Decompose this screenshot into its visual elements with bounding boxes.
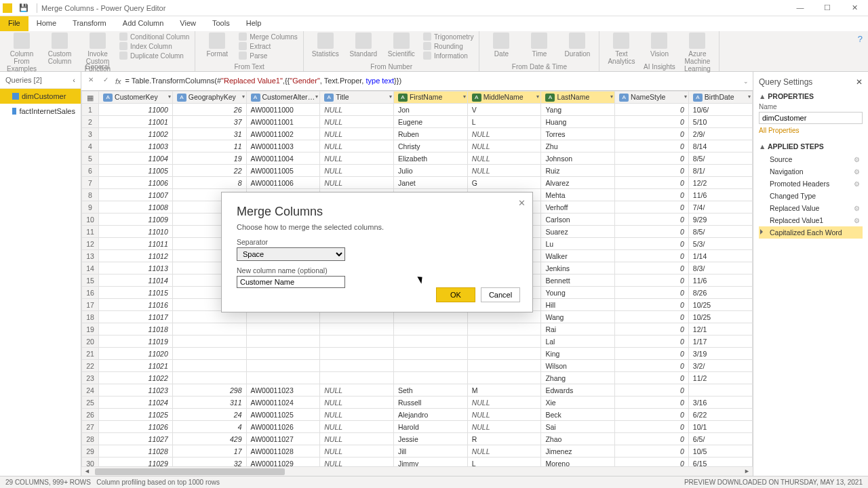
cell[interactable]: [393, 262, 467, 274]
cell[interactable]: [467, 299, 541, 311]
tab-view[interactable]: View: [172, 16, 204, 31]
cell[interactable]: Janet: [393, 177, 467, 189]
cell[interactable]: 11010: [99, 226, 173, 238]
tab-add-column[interactable]: Add Column: [115, 16, 172, 31]
cell[interactable]: 12/1: [688, 323, 752, 336]
cell[interactable]: 2/9/: [688, 128, 752, 140]
cell[interactable]: 25: [172, 214, 246, 226]
query-item-dimcustomer[interactable]: dimCustomer: [0, 89, 81, 104]
cell[interactable]: Russell: [393, 396, 467, 409]
cell[interactable]: Alejandro: [393, 409, 467, 421]
cell[interactable]: [320, 299, 394, 311]
row-number[interactable]: 13: [82, 250, 99, 262]
maximize-button[interactable]: ☐: [814, 3, 841, 12]
cell[interactable]: Wilson: [541, 360, 615, 372]
cell[interactable]: [320, 262, 394, 274]
cell[interactable]: 5/10: [688, 116, 752, 128]
cell[interactable]: 0: [615, 262, 689, 274]
column-header-customerkey[interactable]: ACustomerKey▾: [99, 92, 173, 104]
cell[interactable]: NULL: [467, 421, 541, 433]
cell[interactable]: 7/4/: [688, 201, 752, 214]
cell[interactable]: L: [467, 116, 541, 128]
cell[interactable]: NULL: [320, 384, 394, 396]
column-header-lastname[interactable]: ALastName▾: [541, 92, 615, 104]
cell[interactable]: 11016: [99, 299, 173, 311]
row-number[interactable]: 22: [82, 360, 99, 372]
cell[interactable]: [172, 287, 246, 299]
cell[interactable]: 11022: [99, 372, 173, 384]
cell[interactable]: [393, 323, 467, 336]
cell[interactable]: 5/3/: [688, 238, 752, 250]
cell[interactable]: 429: [172, 433, 246, 445]
cell[interactable]: 11011: [99, 238, 173, 250]
cell[interactable]: 0: [615, 189, 689, 201]
cell[interactable]: [172, 226, 246, 238]
cell[interactable]: NULL: [320, 214, 394, 226]
cell[interactable]: NULL: [320, 177, 394, 189]
cell[interactable]: Jill: [393, 445, 467, 458]
cell[interactable]: [172, 323, 246, 336]
cell[interactable]: AW00011004: [246, 152, 320, 165]
extract-button[interactable]: Extract: [239, 42, 298, 50]
cell[interactable]: Torres: [541, 128, 615, 140]
cell[interactable]: [467, 336, 541, 348]
accept-formula-icon[interactable]: ✓: [100, 76, 111, 87]
cell[interactable]: 0: [615, 384, 689, 396]
cell[interactable]: NULL: [320, 458, 394, 466]
cell[interactable]: 11005: [99, 165, 173, 177]
formula-expand-icon[interactable]: ⌄: [743, 78, 749, 85]
cell[interactable]: [467, 274, 541, 287]
cell[interactable]: NULL: [320, 396, 394, 409]
cell[interactable]: NULL: [467, 128, 541, 140]
help-icon[interactable]: ?: [852, 31, 868, 71]
cell[interactable]: [172, 348, 246, 360]
cell[interactable]: [393, 238, 467, 250]
row-number[interactable]: 5: [82, 152, 99, 165]
cell[interactable]: Carlson: [541, 214, 615, 226]
cell[interactable]: [467, 348, 541, 360]
cell[interactable]: 11029: [99, 458, 173, 466]
cell[interactable]: 11002: [99, 128, 173, 140]
cell[interactable]: 6/15: [688, 458, 752, 466]
cell[interactable]: 8/14: [688, 140, 752, 152]
cell[interactable]: [393, 250, 467, 262]
cell[interactable]: Jenkins: [541, 262, 615, 274]
cell[interactable]: 10/25: [688, 299, 752, 311]
cell[interactable]: [320, 274, 394, 287]
cell[interactable]: [172, 372, 246, 384]
duration-button[interactable]: Duration: [561, 33, 593, 58]
cell[interactable]: [467, 287, 541, 299]
cell[interactable]: 11007: [99, 189, 173, 201]
cell[interactable]: NULL: [467, 445, 541, 458]
cell[interactable]: 0: [615, 274, 689, 287]
row-number[interactable]: 3: [82, 128, 99, 140]
cell[interactable]: NULL: [467, 201, 541, 214]
cell[interactable]: [393, 226, 467, 238]
cell[interactable]: 1/17: [688, 336, 752, 348]
cell[interactable]: [393, 287, 467, 299]
cell[interactable]: 11021: [99, 360, 173, 372]
row-number[interactable]: 14: [82, 262, 99, 274]
cell[interactable]: 3/16: [688, 396, 752, 409]
cell[interactable]: AW00011023: [246, 384, 320, 396]
cell[interactable]: NULL: [320, 445, 394, 458]
cell[interactable]: Zhao: [541, 433, 615, 445]
gear-icon[interactable]: ⚙: [854, 180, 860, 188]
cell[interactable]: 9/29: [688, 214, 752, 226]
trigonometry-button[interactable]: Trigonometry: [423, 33, 474, 41]
cell[interactable]: [467, 262, 541, 274]
cell[interactable]: NULL: [467, 165, 541, 177]
cell[interactable]: 11020: [99, 348, 173, 360]
conditional-column-button[interactable]: Conditional Column: [119, 33, 189, 41]
duplicate-column-button[interactable]: Duplicate Column: [119, 52, 189, 60]
column-header-firstname[interactable]: AFirstName▾: [393, 92, 467, 104]
cell[interactable]: 11000: [99, 104, 173, 116]
cell[interactable]: 11/6: [688, 274, 752, 287]
custom-column-button[interactable]: Custom Column: [43, 33, 76, 65]
cell[interactable]: Harold: [393, 421, 467, 433]
cell[interactable]: C: [467, 214, 541, 226]
cell[interactable]: Zhu: [541, 140, 615, 152]
cell[interactable]: Xie: [541, 396, 615, 409]
cell[interactable]: [320, 311, 394, 323]
cell[interactable]: Wang: [541, 311, 615, 323]
